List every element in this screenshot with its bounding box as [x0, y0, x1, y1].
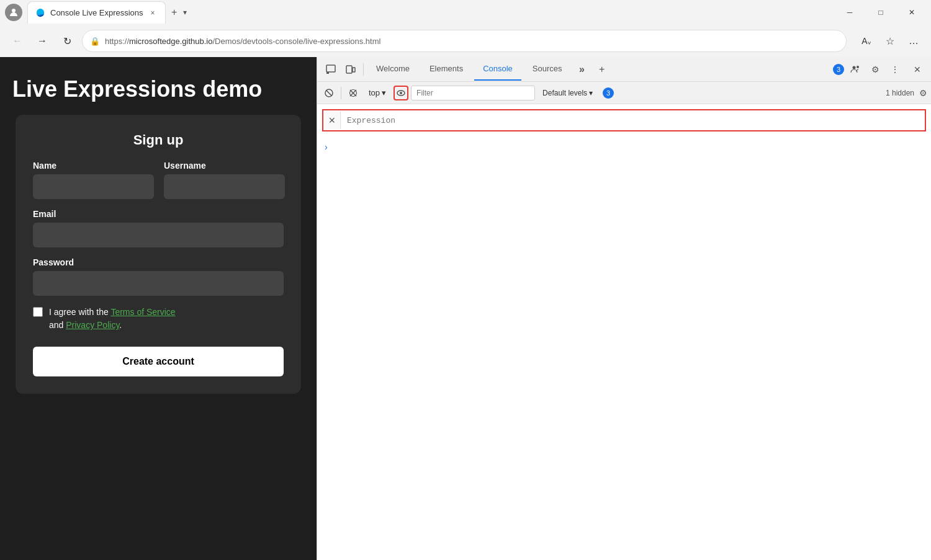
browser-reading-btn[interactable]: Aᵥ [857, 31, 876, 51]
svg-point-6 [853, 66, 856, 69]
svg-point-14 [400, 92, 402, 94]
back-btn[interactable]: ← [7, 31, 27, 51]
terms-checkbox[interactable] [33, 307, 43, 317]
refresh-btn[interactable]: ↻ [57, 31, 77, 51]
tab-console[interactable]: Console [474, 58, 521, 81]
create-account-button[interactable]: Create account [33, 347, 284, 376]
console-filter-input[interactable] [411, 86, 535, 100]
eye-icon [397, 89, 405, 97]
maximize-btn[interactable]: □ [866, 2, 895, 22]
forward-btn[interactable]: → [32, 31, 52, 51]
more-tabs-btn[interactable]: » [573, 61, 591, 78]
console-toolbar: top ▾ Default levels ▾ 3 1 hidden ⚙ [317, 82, 931, 104]
clear-icon [325, 89, 333, 97]
devtools-header: Welcome Elements Console Sources » + [317, 57, 931, 82]
devtools-close-btn[interactable]: ✕ [909, 61, 926, 78]
password-input[interactable] [33, 271, 284, 296]
devtools-panel: Welcome Elements Console Sources » + [317, 57, 931, 560]
password-field-group: Password [33, 257, 284, 296]
tab-close-btn[interactable]: × [148, 7, 158, 19]
lock-icon: 🔒 [90, 37, 100, 46]
inspect-element-btn[interactable] [322, 61, 340, 78]
browser-actions: Aᵥ ☆ … [857, 31, 924, 51]
email-field-group: Email [33, 209, 284, 247]
terms-link[interactable]: Terms of Service [110, 307, 175, 317]
devtools-more-btn[interactable]: ⋮ [886, 61, 904, 78]
devtools-settings-btn[interactable]: ⚙ [866, 61, 884, 78]
username-field-group: Username [164, 161, 285, 199]
name-label: Name [33, 161, 154, 171]
tab-dropdown-btn[interactable]: ▾ [183, 8, 187, 17]
expression-row: ✕ [322, 109, 926, 131]
svg-rect-2 [326, 65, 335, 72]
window-close-btn[interactable]: ✕ [897, 2, 926, 22]
page-title: Live Expressions demo [12, 76, 262, 102]
url-display: https://microsoftedge.github.io/Demos/de… [105, 37, 839, 46]
console-settings-icon[interactable]: ⚙ [919, 88, 927, 98]
tab-label: Console Live Expressions [50, 8, 143, 17]
signup-card: Sign up Name Username Email [16, 115, 301, 394]
multiprofile-icon [850, 64, 860, 74]
new-tab-btn[interactable]: + [166, 4, 183, 21]
svg-point-0 [12, 9, 16, 12]
main-content: Live Expressions demo Sign up Name Usern… [0, 57, 931, 560]
clear-console-btn[interactable] [321, 86, 337, 100]
minimize-btn[interactable]: ─ [835, 2, 864, 22]
active-tab[interactable]: Console Live Expressions × [27, 1, 166, 24]
privacy-link[interactable]: Privacy Policy [66, 320, 119, 330]
checkbox-label: I agree with the Terms of Service and Pr… [49, 306, 176, 332]
tab-bar: Console Live Expressions × + ▾ [27, 0, 830, 25]
name-username-row: Name Username [33, 161, 284, 199]
tab-sources[interactable]: Sources [524, 58, 571, 81]
expression-close-btn[interactable]: ✕ [323, 112, 341, 129]
expression-input[interactable] [341, 110, 925, 130]
svg-line-9 [326, 90, 332, 96]
live-expression-btn[interactable] [394, 86, 408, 100]
email-input[interactable] [33, 223, 284, 247]
multiprofile-btn[interactable] [847, 61, 864, 78]
favorites-btn[interactable]: ☆ [880, 31, 900, 51]
password-label: Password [33, 257, 284, 267]
toolbar-divider1 [341, 87, 341, 99]
console-badge2: 3 [603, 87, 614, 99]
context-selector[interactable]: top ▾ [364, 87, 391, 99]
address-bar: ← → ↻ 🔒 https://microsoftedge.github.io/… [0, 25, 931, 57]
default-levels-btn[interactable]: Default levels ▾ [537, 87, 598, 99]
profile-icon[interactable] [5, 4, 22, 21]
tab-elements[interactable]: Elements [421, 58, 472, 81]
clear-btn2[interactable] [345, 86, 361, 100]
add-tab-btn[interactable]: + [593, 61, 611, 78]
tab-welcome[interactable]: Welcome [367, 58, 418, 81]
browser-more-btn[interactable]: … [904, 31, 924, 51]
window-controls: ─ □ ✕ [835, 2, 926, 22]
signup-title: Sign up [33, 132, 284, 148]
name-input[interactable] [33, 174, 154, 199]
device-icon [346, 64, 356, 74]
expression-area: ✕ [317, 104, 931, 136]
console-body: › [317, 136, 931, 158]
edge-favicon [35, 8, 45, 18]
svg-rect-4 [346, 66, 352, 73]
clear-icon2 [349, 89, 358, 97]
header-divider [363, 63, 364, 76]
svg-rect-3 [326, 72, 329, 74]
terms-checkbox-row: I agree with the Terms of Service and Pr… [33, 306, 284, 332]
device-toggle-btn[interactable] [342, 61, 359, 78]
email-label: Email [33, 209, 284, 219]
console-chevron[interactable]: › [322, 141, 330, 153]
webpage-area: Live Expressions demo Sign up Name Usern… [0, 57, 317, 560]
browser-window: Console Live Expressions × + ▾ ─ □ ✕ ← →… [0, 0, 931, 560]
username-label: Username [164, 161, 285, 171]
svg-rect-5 [353, 68, 355, 72]
inspect-icon [326, 64, 336, 74]
address-input[interactable]: 🔒 https://microsoftedge.github.io/Demos/… [82, 30, 847, 52]
console-badge: 3 [833, 64, 844, 75]
name-field-group: Name [33, 161, 154, 199]
title-bar: Console Live Expressions × + ▾ ─ □ ✕ [0, 0, 931, 25]
username-input[interactable] [164, 174, 285, 199]
svg-point-7 [857, 66, 859, 68]
hidden-count: 1 hidden [886, 89, 914, 97]
